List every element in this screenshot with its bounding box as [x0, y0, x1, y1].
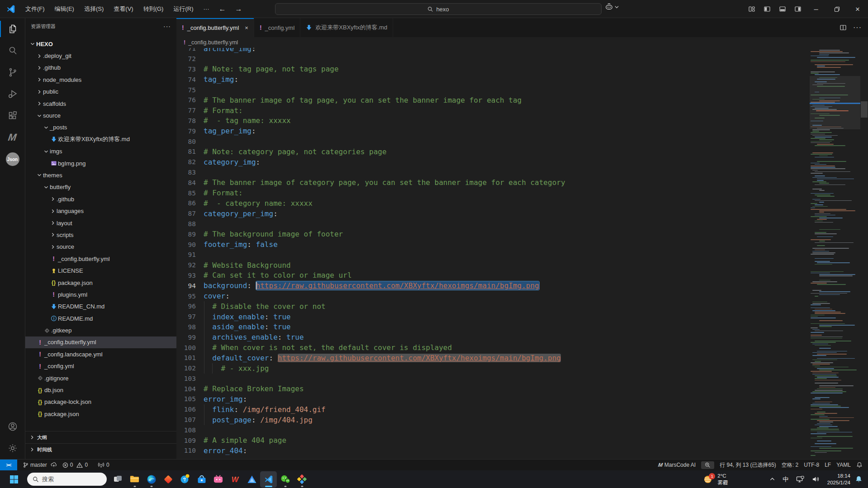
code-line-74[interactable]: 74 tag_img: [176, 74, 810, 85]
tree-item-scaffolds[interactable]: scaffolds [25, 98, 176, 109]
toggle-sidebar-icon[interactable] [759, 3, 775, 15]
tree-item-butterfly[interactable]: butterfly [25, 181, 176, 193]
vscode-icon[interactable] [260, 471, 277, 488]
code-line-84[interactable]: 84 # The banner image of category page, … [176, 177, 810, 188]
explorer-icon[interactable] [0, 18, 25, 40]
tray-chevron-up-icon[interactable] [769, 476, 775, 482]
tree-item-_config.butterfly.yml[interactable]: !_config.butterfly.yml [25, 336, 176, 348]
code-line-104[interactable]: 104 # Replace Broken Images [176, 384, 810, 394]
restore-button[interactable] [826, 0, 847, 18]
nav-forward-icon[interactable]: → [230, 5, 247, 13]
network-monitor-icon[interactable] [796, 476, 805, 483]
run-debug-icon[interactable] [0, 83, 25, 105]
tree-item-_config.butterfly.yml[interactable]: !_config.butterfly.yml [25, 253, 176, 265]
language-mode-item[interactable]: YAML [834, 460, 854, 471]
code-line-80[interactable]: 80 [176, 136, 810, 147]
command-center-search[interactable]: hexo [275, 3, 602, 15]
menu-6[interactable]: ··· [198, 3, 214, 15]
tab-欢迎来带XBXyftx的博客.md[interactable]: 欢迎来带XBXyftx的博客.md [300, 18, 393, 37]
code-line-82[interactable]: 82 category_img: [176, 157, 810, 167]
menu-4[interactable]: 转到(G) [138, 3, 169, 15]
tree-item-package.json[interactable]: {}package.json [25, 408, 176, 420]
menu-3[interactable]: 查看(V) [109, 3, 138, 15]
problems-item[interactable]: 0 0 [60, 460, 90, 471]
tree-item-package.json[interactable]: {}package.json [25, 277, 176, 289]
marscode-icon[interactable]: M [0, 127, 25, 148]
tree-item-README_CN.md[interactable]: README_CN.md [25, 301, 176, 313]
code-line-89[interactable]: 89 # The background image of footer [176, 229, 810, 239]
toggle-secondary-sidebar-icon[interactable] [790, 3, 806, 15]
code-line-85[interactable]: 85 # Format: [176, 188, 810, 198]
code-line-108[interactable]: 108 [176, 425, 810, 435]
indentation-item[interactable]: 空格: 2 [779, 460, 801, 471]
code-line-87[interactable]: 87 category_per_img: [176, 208, 810, 219]
code-line-100[interactable]: 100 # When cover is not set, the default… [176, 342, 810, 353]
tree-item-node_modules[interactable]: node_modules [25, 74, 176, 85]
eol-item[interactable]: LF [822, 460, 834, 471]
clock-widget[interactable]: 18:14 2025/1/24 [827, 473, 850, 486]
customize-layout-icon[interactable] [744, 3, 759, 15]
code-line-98[interactable]: 98 aside_enable: true [176, 322, 810, 332]
code-line-77[interactable]: 77 # Format: [176, 105, 810, 116]
wechat-icon[interactable] [277, 471, 294, 488]
extensions-icon[interactable] [0, 105, 25, 127]
ime-indicator[interactable]: 中 [783, 475, 789, 483]
notification-center-bell-icon[interactable] [855, 475, 863, 483]
close-button[interactable]: ✕ [847, 0, 868, 18]
tree-item-HEXO[interactable]: HEXO [25, 38, 176, 50]
code-line-105[interactable]: 105 error_img: [176, 394, 810, 404]
tree-item-欢迎来带XBXyftx的博客.md[interactable]: 欢迎来带XBXyftx的博客.md [25, 133, 176, 145]
tree-item-public[interactable]: public [25, 86, 176, 98]
code-line-97[interactable]: 97 index_enable: true [176, 312, 810, 322]
tree-item-source[interactable]: source [25, 241, 176, 253]
code-line-107[interactable]: 107 post_page: /img/404.jpg [176, 415, 810, 425]
code-line-96[interactable]: 96 # Disable the cover or not [176, 301, 810, 312]
code-line-91[interactable]: 91 [176, 250, 810, 260]
wps-icon[interactable]: W [227, 471, 243, 488]
code-line-110[interactable]: 110 error_404: [176, 445, 810, 456]
code-line-88[interactable]: 88 [176, 219, 810, 229]
minimap[interactable] [810, 48, 860, 459]
tab-_config.yml[interactable]: ! _config.yml [254, 18, 300, 37]
code-line-83[interactable]: 83 [176, 167, 810, 178]
tree-item-themes[interactable]: themes [25, 169, 176, 181]
tree-item-languages[interactable]: languages [25, 205, 176, 217]
code-line-90[interactable]: 90 footer_img: false [176, 239, 810, 250]
code-line-95[interactable]: 95 cover: [176, 291, 810, 301]
code-line-93[interactable]: 93 # Can set it to color or image url [176, 270, 810, 281]
git-branch-item[interactable]: master [20, 460, 60, 471]
tree-item-scripts[interactable]: scripts [25, 229, 176, 241]
code-line-72[interactable]: 72 [176, 54, 810, 64]
diamond-app-icon[interactable] [294, 471, 310, 488]
tree-item-_config.yml[interactable]: !_config.yml [25, 360, 176, 372]
tree-item-.deploy_git[interactable]: .deploy_git [25, 50, 176, 62]
tree-item-imgs[interactable]: imgs [25, 146, 176, 157]
sidebar-panel-1[interactable]: 时间线 [25, 443, 176, 455]
tree-item-.gitignore[interactable]: .gitignore [25, 372, 176, 384]
tree-item-.github[interactable]: .github [25, 62, 176, 74]
code-line-101[interactable]: 101 default_cover: https://raw.githubuse… [176, 353, 810, 363]
close-tab-icon[interactable]: × [245, 24, 248, 31]
marscode-status-item[interactable]: M MarsCode AI [655, 460, 698, 471]
explorer-more-actions-icon[interactable]: ··· [163, 23, 171, 30]
menu-2[interactable]: 选择(S) [79, 3, 109, 15]
code-line-106[interactable]: 106 flink: /img/friend_404.gif [176, 404, 810, 415]
remote-indicator[interactable]: >< [0, 460, 17, 471]
edge-icon[interactable] [143, 471, 160, 488]
code-editor[interactable]: 71 archive_img: 72 73 # Note: tag page, … [176, 37, 868, 459]
sidebar-panel-0[interactable]: 大纲 [25, 431, 176, 443]
taskbar-search[interactable]: 搜索 [27, 473, 107, 486]
tree-item-_posts[interactable]: _posts [25, 122, 176, 133]
source-control-icon[interactable] [0, 62, 25, 83]
encoding-item[interactable]: UTF-8 [801, 460, 822, 471]
notifications-bell-icon[interactable] [854, 460, 868, 471]
question-app-icon[interactable]: ? [176, 471, 193, 488]
tree-item-_config.landscape.yml[interactable]: !_config.landscape.yml [25, 348, 176, 360]
code-line-103[interactable]: 103 [176, 374, 810, 384]
toggle-panel-icon[interactable] [775, 3, 790, 15]
code-line-76[interactable]: 76 # The banner image of tag page, you c… [176, 95, 810, 105]
task-view-icon[interactable] [109, 471, 126, 488]
editor-scrollbar[interactable] [860, 48, 868, 459]
code-line-81[interactable]: 81 # Note: category page, not categories… [176, 147, 810, 157]
split-editor-icon[interactable] [840, 24, 847, 31]
